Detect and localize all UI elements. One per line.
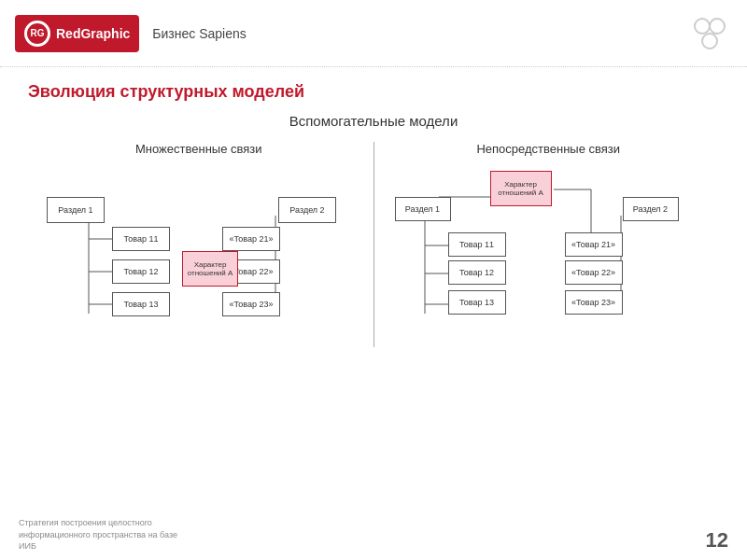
svg-point-1 xyxy=(710,19,725,34)
page-number: 12 xyxy=(706,528,728,553)
right-tovar22: «Товар 22» xyxy=(565,260,623,285)
svg-point-0 xyxy=(695,19,710,34)
column-divider xyxy=(374,142,374,347)
header: RG RedGraphic Бизнес Sapiens xyxy=(0,0,747,67)
section-subtitle: Вспомогательные модели xyxy=(28,113,719,129)
main-content: Эволюция структурных моделей Вспомогател… xyxy=(0,67,747,357)
right-tovar23: «Товар 23» xyxy=(565,290,623,315)
left-razdel2: Раздел 2 xyxy=(278,197,336,223)
left-harakter: Характер отношений А xyxy=(182,251,238,287)
left-tovar13: Товар 13 xyxy=(112,292,170,316)
header-subtitle: Бизнес Sapiens xyxy=(152,26,246,41)
columns: Множественные связи xyxy=(28,142,719,347)
logo-text: RedGraphic xyxy=(56,26,130,41)
people-icon xyxy=(687,15,732,52)
diagram-left: Раздел 1 Раздел 2 Товар 11 Товар 12 Това… xyxy=(37,169,360,346)
page-title: Эволюция структурных моделей xyxy=(28,82,719,102)
left-tovar21: «Товар 21» xyxy=(222,227,280,251)
col-right-title: Непосредственные связи xyxy=(388,142,711,156)
left-razdel1: Раздел 1 xyxy=(47,197,105,223)
footer-line2: информационного пространства на базе xyxy=(19,529,177,541)
left-tovar23: «Товар 23» xyxy=(222,292,280,316)
footer-line3: ИИБ xyxy=(19,540,177,553)
left-tovar11: Товар 11 xyxy=(112,227,170,251)
right-tovar11: Товар 11 xyxy=(448,232,506,257)
footer: Стратегия построения целостного информац… xyxy=(0,517,747,553)
right-razdel1: Раздел 1 xyxy=(395,197,451,221)
logo: RG RedGraphic xyxy=(15,15,139,52)
col-left: Множественные связи xyxy=(28,142,370,347)
col-left-title: Множественные связи xyxy=(37,142,360,156)
right-tovar13: Товар 13 xyxy=(448,290,506,315)
right-razdel2: Раздел 2 xyxy=(623,197,679,221)
left-tovar12: Товар 12 xyxy=(112,259,170,284)
right-tovar21: «Товар 21» xyxy=(565,232,623,257)
right-tovar12: Товар 12 xyxy=(448,260,506,285)
footer-text: Стратегия построения целостного информац… xyxy=(19,517,177,553)
diagram-right: Раздел 1 Раздел 2 Товар 11 Товар 12 Това… xyxy=(388,169,711,346)
footer-line1: Стратегия построения целостного xyxy=(19,517,177,529)
right-harakter: Характер отношений А xyxy=(490,171,552,206)
svg-point-2 xyxy=(702,34,717,49)
col-right: Непосредственные связи xyxy=(378,142,720,347)
logo-circle: RG xyxy=(24,21,50,47)
